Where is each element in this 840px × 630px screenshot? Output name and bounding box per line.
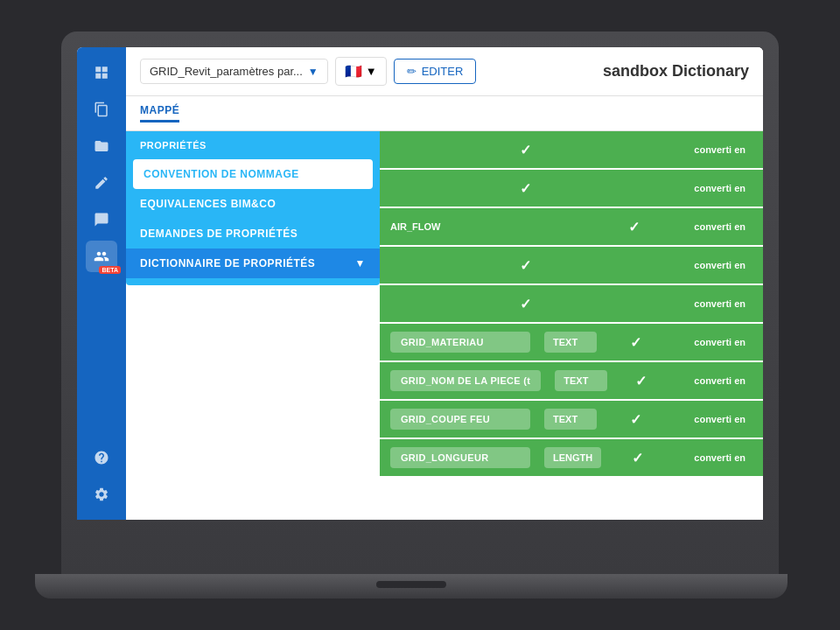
edit-button[interactable]: ✏ EDITER — [394, 59, 477, 84]
sidebar-icon-copy[interactable] — [86, 94, 117, 125]
check-cell: ✓ — [611, 411, 660, 428]
check-cell: ✓ — [390, 257, 660, 274]
sidebar-icon-folder[interactable] — [86, 130, 117, 162]
tab-mappe[interactable]: MAPPÉ — [140, 104, 179, 122]
property-type-cell: TEXT — [555, 370, 607, 391]
beta-badge: BETA — [99, 266, 121, 274]
dict-arrow-icon: ▼ — [355, 257, 366, 270]
converti-cell: converti en — [674, 260, 752, 270]
edit-button-label: EDITER — [422, 65, 464, 78]
check-cell: ✓ — [390, 180, 660, 197]
table-row: GRID_NOM DE LA PIECE (t TEXT ✓ converti … — [380, 362, 763, 401]
sidebar-icon-grid[interactable] — [86, 57, 117, 88]
menu-item-convention[interactable]: CONVENTION DE NOMMAGE — [133, 159, 373, 189]
converti-cell: converti en — [674, 298, 752, 309]
check-cell: ✓ — [390, 296, 660, 312]
converti-cell: converti en — [674, 375, 752, 386]
sidebar-icon-help[interactable] — [86, 442, 117, 473]
sandbox-title: sandbox Dictionary — [603, 62, 749, 80]
edit-pencil-icon: ✏ — [407, 65, 416, 78]
converti-cell: converti en — [674, 183, 752, 193]
sidebar: BETA — [77, 47, 126, 520]
menu-header: PROPRIÉTÉS — [126, 131, 380, 159]
menu-item-dictionnaire[interactable]: DICTIONNAIRE DE PROPRIÉTÉS ▼ — [126, 248, 380, 278]
check-cell: ✓ — [615, 450, 660, 466]
property-name-cell: GRID_LONGUEUR — [390, 447, 530, 468]
table-row: AIR_FLOW ✓ converti en — [380, 208, 763, 247]
file-dropdown[interactable]: GRID_Revit_paramètres par... ▼ — [140, 59, 328, 84]
sidebar-icon-chat[interactable] — [86, 204, 117, 235]
property-type-cell: TEXT — [544, 332, 597, 353]
tab-bar: MAPPÉ — [126, 96, 763, 131]
table-row: GRID_COUPE FEU TEXT ✓ converti en — [380, 401, 763, 439]
menu-item-equivalences[interactable]: EQUIVALENCES BIM&CO — [126, 189, 380, 219]
check-cell: ✓ — [607, 219, 660, 235]
property-type-cell: LENGTH — [544, 447, 601, 468]
dropdown-arrow-icon: ▼ — [308, 66, 318, 78]
converti-cell: converti en — [674, 337, 752, 347]
properties-dropdown-menu: PROPRIÉTÉS CONVENTION DE NOMMAGE EQUIVAL… — [126, 131, 380, 285]
converti-cell: converti en — [674, 144, 752, 155]
sidebar-icon-settings[interactable] — [86, 479, 117, 510]
table-row: GRID_LONGUEUR LENGTH ✓ converti en — [380, 439, 763, 478]
main-content: GRID_Revit_paramètres par... ▼ 🇫🇷 ▼ ✏ ED… — [126, 47, 763, 520]
property-name-cell: GRID_COUPE FEU — [390, 409, 530, 430]
property-type-cell: TEXT — [544, 409, 597, 430]
converti-cell: converti en — [674, 221, 752, 232]
property-name-cell: GRID_NOM DE LA PIECE (t — [390, 370, 541, 391]
check-cell: ✓ — [621, 373, 660, 389]
language-selector[interactable]: 🇫🇷 ▼ — [335, 57, 387, 86]
content-area: PROPRIÉTÉS CONVENTION DE NOMMAGE EQUIVAL… — [126, 131, 763, 520]
table-row: ✓ converti en — [380, 170, 763, 208]
property-name-cell: GRID_MATERIAU — [390, 332, 530, 353]
check-cell: ✓ — [390, 142, 660, 158]
converti-cell: converti en — [674, 452, 752, 463]
check-cell: ✓ — [611, 334, 660, 351]
table-row: ✓ converti en — [380, 131, 763, 170]
table-row: ✓ converti en — [380, 247, 763, 285]
table-row: ✓ converti en — [380, 285, 763, 324]
topbar: GRID_Revit_paramètres par... ▼ 🇫🇷 ▼ ✏ ED… — [126, 47, 763, 96]
converti-cell: converti en — [674, 414, 752, 424]
lang-arrow-icon: ▼ — [366, 65, 377, 78]
file-dropdown-label: GRID_Revit_paramètres par... — [150, 65, 303, 78]
table-row: GRID_MATERIAU TEXT ✓ converti en — [380, 324, 763, 362]
table-area: ✓ converti en ✓ converti en AIR_FLOW ✓ c… — [380, 131, 763, 520]
sidebar-icon-edit-doc[interactable] — [86, 167, 117, 199]
sidebar-icon-users[interactable]: BETA — [86, 241, 117, 272]
flag-icon: 🇫🇷 — [345, 63, 362, 80]
menu-item-demandes[interactable]: DEMANDES DE PROPRIÉTÉS — [126, 219, 380, 248]
